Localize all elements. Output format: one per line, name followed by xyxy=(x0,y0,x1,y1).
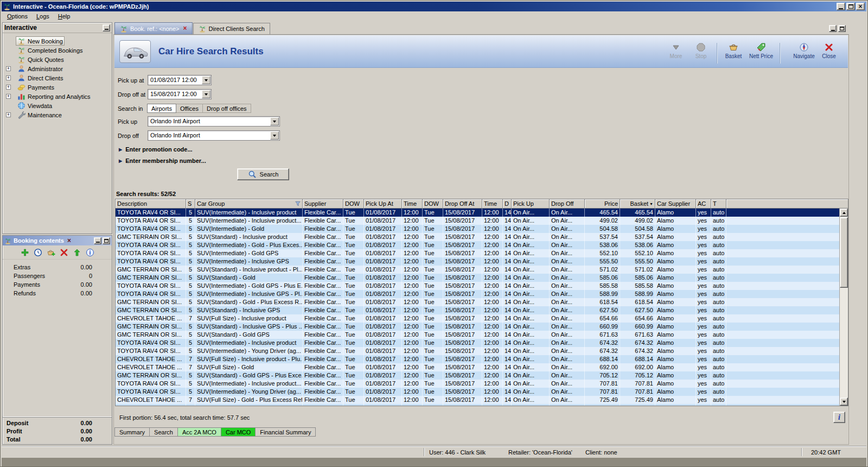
restore-booking-contents-button[interactable] xyxy=(103,237,110,244)
maximize-window-button[interactable] xyxy=(846,3,855,10)
minimize-window-button[interactable] xyxy=(837,3,845,10)
result-row-21[interactable]: GMC TERRAIN OR SI...5SUV(Standard) - Gol… xyxy=(116,371,839,380)
result-row-13[interactable]: GMC TERRAIN OR SI...5SUV(Standard) - Inc… xyxy=(116,306,839,314)
search-button[interactable]: Search xyxy=(237,168,289,180)
tab-search[interactable]: Search xyxy=(149,427,178,437)
column-header-time-9[interactable]: Time xyxy=(482,199,503,209)
menu-options[interactable]: Options xyxy=(3,12,32,21)
column-header-description-0[interactable]: Description xyxy=(116,199,186,209)
pickup-location-combo[interactable]: Orlando Intl Airport xyxy=(148,116,280,127)
column-header-dow-7[interactable]: DOW xyxy=(423,199,443,209)
search-in-offices-tab[interactable]: Offices xyxy=(176,104,203,113)
search-in-drop-off-offices-tab[interactable]: Drop off offices xyxy=(202,104,251,113)
table-vertical-scrollbar[interactable] xyxy=(839,209,848,406)
column-header-d-10[interactable]: D xyxy=(503,199,512,209)
restore-document-button[interactable] xyxy=(838,25,846,32)
filter-icon[interactable] xyxy=(295,201,301,206)
column-header-car-supplier-15[interactable]: Car Supplier xyxy=(655,199,696,209)
result-row-17[interactable]: TOYOTA RAV4 OR SI...5SUV(Intermediate) -… xyxy=(116,339,839,347)
add-to-basket-button[interactable] xyxy=(47,248,55,257)
dropdown-button[interactable] xyxy=(202,90,210,98)
sidebar-item-completed-bookings[interactable]: Completed Bookings xyxy=(3,46,112,55)
result-row-1[interactable]: TOYOTA RAV4 OR SI...5SUV(Intermediate) -… xyxy=(116,209,839,217)
tab-acc-2a-mco[interactable]: Acc 2A MCO xyxy=(177,427,221,437)
dropoff-at-combo[interactable]: 15/08/2017 12:00 xyxy=(148,89,212,99)
close-window-button[interactable]: × xyxy=(856,3,865,10)
column-header-car-group-2[interactable]: Car Group xyxy=(195,199,303,209)
sidebar-item-viewdata[interactable]: Viewdata xyxy=(3,101,112,110)
result-row-20[interactable]: CHEVROLET TAHOE ...7SUV(Full Size) - Gol… xyxy=(116,363,839,371)
column-header-drop-off-at-8[interactable]: Drop Off At xyxy=(443,199,482,209)
tab-car-mco[interactable]: Car MCO xyxy=(221,427,256,437)
dropdown-button[interactable] xyxy=(270,131,279,140)
tab-summary[interactable]: Summary xyxy=(114,427,150,437)
sidebar-item-maintenance[interactable]: +Maintenance xyxy=(3,110,112,119)
sidebar-item-new-booking[interactable]: New Booking xyxy=(3,36,112,46)
pickup-at-combo[interactable]: 01/08/2017 12:00 xyxy=(148,75,212,85)
column-header-price-13[interactable]: Price xyxy=(585,199,620,209)
scrollbar-thumb[interactable] xyxy=(840,217,848,288)
result-row-25[interactable] xyxy=(116,404,839,406)
item-info-button[interactable]: i xyxy=(86,248,94,257)
result-row-8[interactable]: GMC TERRAIN OR SI...5SUV(Standard) - Inc… xyxy=(116,266,839,274)
result-row-23[interactable]: TOYOTA RAV4 OR SI...5SUV(Intermediate) -… xyxy=(116,388,839,396)
expand-icon[interactable]: + xyxy=(6,75,11,80)
scrollbar-up-button[interactable] xyxy=(840,209,848,217)
result-row-14[interactable]: CHEVROLET TAHOE ...7SUV(Full Size) - Inc… xyxy=(116,314,839,323)
column-header-t-17[interactable]: T xyxy=(711,199,726,209)
basket-button[interactable]: Basket xyxy=(721,42,746,59)
tab-close-icon[interactable]: × xyxy=(183,26,187,31)
dropdown-button[interactable] xyxy=(202,76,210,84)
column-header-time-6[interactable]: Time xyxy=(402,199,423,209)
result-row-4[interactable]: GMC TERRAIN OR SI...5SUV(Standard) - Inc… xyxy=(116,233,839,241)
sidebar-item-reporting-and-analytics[interactable]: +Reporting and Analytics xyxy=(3,92,112,101)
column-header-pick-up-11[interactable]: Pick Up xyxy=(512,199,550,209)
expand-icon[interactable]: + xyxy=(6,112,11,117)
menu-logs[interactable]: Logs xyxy=(32,12,54,21)
result-row-16[interactable]: GMC TERRAIN OR SI...5SUV(Standard) - Gol… xyxy=(116,331,839,339)
result-row-10[interactable]: TOYOTA RAV4 OR SI...5SUV(Intermediate) -… xyxy=(116,282,839,290)
result-row-5[interactable]: TOYOTA RAV4 OR SI...5SUV(Intermediate) -… xyxy=(116,241,839,249)
more-button[interactable]: More xyxy=(663,42,688,59)
collapse-sidebar-button[interactable] xyxy=(103,24,110,31)
result-row-19[interactable]: CHEVROLET TAHOE ...7SUV(Full Size) - Inc… xyxy=(116,355,839,363)
add-item-button[interactable] xyxy=(21,248,29,257)
menu-help[interactable]: Help xyxy=(54,12,75,21)
expand-icon[interactable]: + xyxy=(6,94,11,99)
expand-icon[interactable]: + xyxy=(6,66,11,71)
sidebar-item-payments[interactable]: +Payments xyxy=(3,83,112,92)
column-header-supplier-3[interactable]: Supplier xyxy=(303,199,343,209)
result-row-12[interactable]: GMC TERRAIN OR SI...5SUV(Standard) - Gol… xyxy=(116,298,839,306)
column-header-basket-14[interactable]: Basket▼ xyxy=(620,199,655,209)
tab-direct-clients-search[interactable]: Direct Clients Search xyxy=(193,23,270,34)
sidebar-item-administrator[interactable]: +Administrator xyxy=(3,64,112,73)
result-row-9[interactable]: GMC TERRAIN OR SI...5SUV(Standard) - Gol… xyxy=(116,274,839,282)
stop-button[interactable]: Stop xyxy=(688,42,713,59)
result-row-3[interactable]: TOYOTA RAV4 OR SI...5SUV(Intermediate) -… xyxy=(116,225,839,233)
dropoff-location-combo[interactable]: Orlando Intl Airport xyxy=(148,130,280,141)
dropdown-button[interactable] xyxy=(270,117,279,125)
column-header-ac-16[interactable]: AC xyxy=(696,199,711,209)
move-up-button[interactable] xyxy=(73,248,81,257)
result-row-6[interactable]: TOYOTA RAV4 OR SI...5SUV(Intermediate) -… xyxy=(116,249,839,257)
column-header-pick-up-at-5[interactable]: Pick Up At xyxy=(364,199,402,209)
minimize-document-button[interactable] xyxy=(829,25,837,32)
membership-number-expander[interactable]: ▶ Enter membership number... xyxy=(119,157,206,164)
minimize-booking-contents-button[interactable] xyxy=(94,237,101,244)
history-button[interactable] xyxy=(34,248,42,257)
search-in-airports-tab[interactable]: Airports xyxy=(147,104,176,113)
scrollbar-down-button[interactable] xyxy=(840,397,848,406)
result-row-7[interactable]: TOYOTA RAV4 OR SI...5SUV(Intermediate) -… xyxy=(116,257,839,266)
result-row-2[interactable]: TOYOTA RAV4 OR SI...5SUV(Intermediate) -… xyxy=(116,217,839,225)
result-row-11[interactable]: TOYOTA RAV4 OR SI...5SUV(Intermediate) -… xyxy=(116,290,839,298)
sidebar-item-direct-clients[interactable]: +Direct Clients xyxy=(3,73,112,83)
nett-price-button[interactable]: Nett Price xyxy=(746,42,776,59)
remove-item-button[interactable] xyxy=(60,248,68,257)
column-header-dow-4[interactable]: DOW xyxy=(343,199,364,209)
result-row-22[interactable]: TOYOTA RAV4 OR SI...5SUV(Intermediate) -… xyxy=(116,380,839,388)
result-row-15[interactable]: GMC TERRAIN OR SI...5SUV(Standard) - Inc… xyxy=(116,323,839,331)
result-row-24[interactable]: CHEVROLET TAHOE ...7SUV(Full Size) - Gol… xyxy=(116,396,839,404)
promotion-code-expander[interactable]: ▶ Enter promotion code... xyxy=(119,146,193,153)
navigate-button[interactable]: Navigate xyxy=(792,42,816,59)
sidebar-item-quick-quotes[interactable]: Quick Quotes xyxy=(3,55,112,64)
